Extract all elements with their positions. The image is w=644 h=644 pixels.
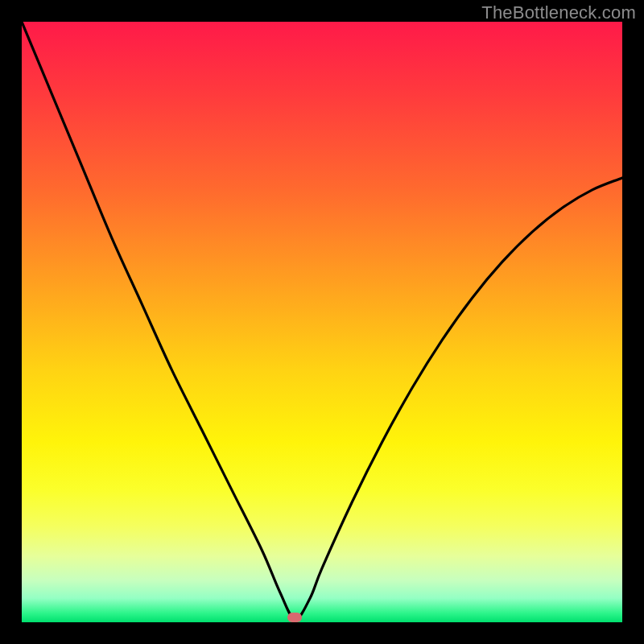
chart-frame: TheBottleneck.com [0, 0, 644, 644]
plot-area [22, 22, 622, 622]
minimum-marker [287, 613, 302, 622]
bottleneck-curve [22, 22, 622, 622]
watermark-text: TheBottleneck.com [481, 2, 636, 23]
